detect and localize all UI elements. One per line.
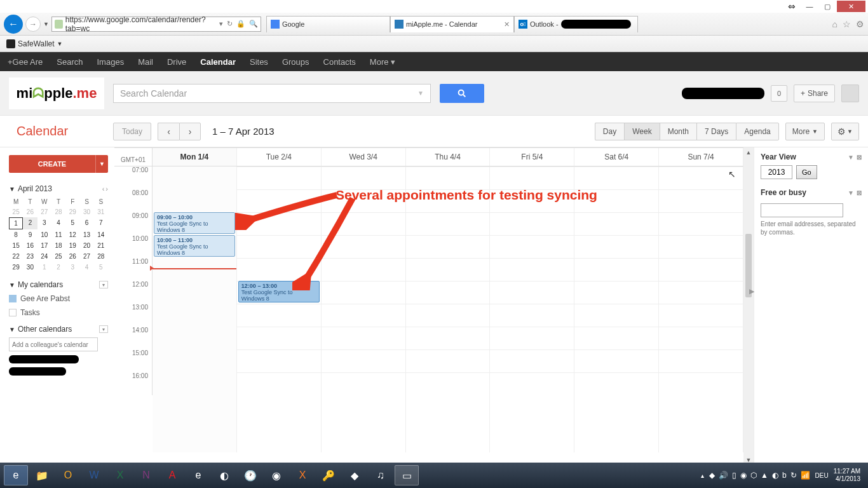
mini-cal-day[interactable]: 27	[79, 251, 93, 262]
chevron-down-icon[interactable]: ▼	[9, 186, 15, 193]
mini-cal-day[interactable]: 2	[23, 217, 37, 229]
scrollbar[interactable]: ▲ ▼	[743, 147, 754, 465]
mini-cal-day[interactable]: 13	[79, 229, 93, 240]
mini-cal-day[interactable]: 9	[23, 229, 37, 240]
mini-cal-day[interactable]: 25	[9, 207, 23, 217]
go-button[interactable]: Go	[796, 165, 817, 179]
browser-tab[interactable]: Google	[266, 16, 390, 32]
mini-cal-day[interactable]: 26	[65, 251, 79, 262]
create-dropdown-icon[interactable]: ▼	[95, 155, 108, 173]
forward-button[interactable]: →	[25, 17, 41, 32]
search-provider-icon[interactable]: 🔍	[249, 20, 258, 28]
back-button[interactable]: ←	[4, 15, 23, 34]
calendar-checkbox[interactable]	[9, 295, 17, 302]
home-icon[interactable]: ⌂	[832, 19, 837, 29]
calendar-event[interactable]: 12:00 – 13:00Test Google Sync to Windows…	[238, 281, 320, 302]
day-header[interactable]: Tue 2/4	[237, 148, 322, 166]
calendar-event[interactable]: 09:00 – 10:00Test Google Sync to Windows…	[154, 212, 235, 234]
day-column[interactable]: 12:00 – 13:00Test Google Sync to Windows…	[237, 166, 322, 452]
mini-cal-day[interactable]: 5	[94, 262, 108, 273]
settings-button[interactable]: ⚙ ▼	[831, 123, 859, 140]
browser-tab[interactable]: miApple.me - Calendar✕	[390, 16, 514, 32]
mini-cal-day[interactable]: 28	[94, 251, 108, 262]
mini-cal-day[interactable]: 10	[37, 229, 51, 240]
mini-cal-day[interactable]: 16	[23, 240, 37, 251]
mini-cal-day[interactable]: 21	[94, 240, 108, 251]
view-button-month[interactable]: Month	[660, 123, 696, 140]
dropdown-icon[interactable]: ▼	[57, 41, 63, 47]
add-colleague-input[interactable]	[9, 337, 98, 351]
mini-cal-day[interactable]: 29	[65, 207, 79, 217]
close-button[interactable]: ✕	[837, 1, 865, 12]
minimize-button[interactable]: —	[801, 1, 818, 12]
mini-cal-day[interactable]: 1	[9, 217, 23, 229]
search-input[interactable]: Search Calendar ▼	[113, 84, 431, 103]
refresh-icon[interactable]: ↻	[227, 20, 233, 28]
mini-cal-day[interactable]: 25	[51, 251, 65, 262]
mini-cal-day[interactable]: 5	[65, 217, 79, 229]
days-grid[interactable]: 09:00 – 10:00Test Google Sync to Windows…	[153, 166, 743, 452]
gbar-link[interactable]: +Gee Are	[8, 57, 43, 67]
share-button[interactable]: + Share	[794, 85, 835, 102]
gbar-link[interactable]: Sites	[250, 57, 268, 67]
day-column[interactable]	[490, 166, 574, 452]
gbar-link[interactable]: Search	[57, 57, 83, 67]
today-button[interactable]: Today	[113, 123, 151, 140]
create-button[interactable]: CREATE ▼	[9, 155, 108, 173]
mini-cal-day[interactable]: 31	[94, 207, 108, 217]
mini-cal-day[interactable]: 14	[94, 229, 108, 240]
mini-cal-day[interactable]: 17	[37, 240, 51, 251]
mini-cal-day[interactable]: 4	[79, 262, 93, 273]
mini-cal-day[interactable]: 15	[9, 240, 23, 251]
day-column[interactable]: 09:00 – 10:00Test Google Sync to Windows…	[153, 166, 237, 452]
search-dropdown-icon[interactable]: ▼	[417, 90, 424, 97]
view-button-week[interactable]: Week	[624, 123, 659, 140]
tools-icon[interactable]: ⚙	[856, 19, 864, 29]
free-busy-input[interactable]	[761, 203, 843, 217]
dropdown-icon[interactable]: ▼	[848, 154, 854, 161]
safewallet-button[interactable]: SafeWallet	[18, 39, 55, 48]
logo[interactable]: miᗣpple.me	[9, 78, 104, 109]
gbar-link[interactable]: Groups	[282, 57, 309, 67]
my-calendars-header[interactable]: ▼ My calendars ▾	[9, 280, 108, 289]
mini-cal-day[interactable]: 28	[51, 207, 65, 217]
chrome-expand-icon[interactable]: ⇔	[783, 1, 800, 12]
search-button[interactable]	[440, 84, 484, 103]
gbar-link[interactable]: Mail	[138, 57, 153, 67]
browser-tab[interactable]: o⃕Outlook -	[514, 16, 638, 32]
mini-cal-day[interactable]: 3	[65, 262, 79, 273]
maximize-button[interactable]: ▢	[819, 1, 836, 12]
day-column[interactable]	[574, 166, 659, 452]
mini-prev-button[interactable]: ‹	[102, 185, 105, 193]
notifications-badge[interactable]: 0	[771, 85, 787, 102]
dropdown-icon[interactable]: ▼	[848, 189, 854, 196]
gbar-link[interactable]: Contacts	[323, 57, 356, 67]
mini-cal-day[interactable]: 23	[23, 251, 37, 262]
mini-next-button[interactable]: ›	[105, 185, 108, 193]
calendar-grid[interactable]: 07:0008:0009:0010:0011:0012:0013:0014:00…	[114, 166, 743, 452]
mini-cal-day[interactable]: 30	[23, 262, 37, 273]
scroll-up-icon[interactable]: ▲	[743, 147, 754, 158]
mini-cal-day[interactable]: 18	[51, 240, 65, 251]
mini-cal-day[interactable]: 27	[37, 207, 51, 217]
calendar-event[interactable]: 10:00 – 11:00Test Google Sync to Windows…	[154, 235, 235, 257]
collapse-sidebar-icon[interactable]: ▶	[749, 287, 754, 295]
view-button-day[interactable]: Day	[595, 123, 624, 140]
gbar-link[interactable]: More ▾	[370, 57, 395, 67]
calendar-item[interactable]: Gee Are Pabst	[9, 294, 108, 303]
favorites-icon[interactable]: ☆	[843, 19, 851, 29]
dropdown-icon[interactable]: ▾	[219, 20, 223, 28]
more-button[interactable]: More ▼	[785, 123, 825, 140]
other-calendars-header[interactable]: ▼ Other calendars ▾	[9, 325, 108, 334]
avatar[interactable]	[841, 85, 859, 102]
mini-cal-day[interactable]: 22	[9, 251, 23, 262]
tab-close-icon[interactable]: ✕	[504, 20, 510, 29]
expand-icon[interactable]: ▾	[99, 281, 108, 288]
day-column[interactable]	[406, 166, 491, 452]
close-gadget-icon[interactable]: ⊠	[857, 154, 862, 161]
mini-cal-day[interactable]: 7	[94, 217, 108, 229]
mini-cal-day[interactable]: 24	[37, 251, 51, 262]
mini-cal-day[interactable]: 8	[9, 229, 23, 240]
view-button-agenda[interactable]: Agenda	[736, 123, 778, 140]
mini-cal-day[interactable]: 11	[51, 229, 65, 240]
